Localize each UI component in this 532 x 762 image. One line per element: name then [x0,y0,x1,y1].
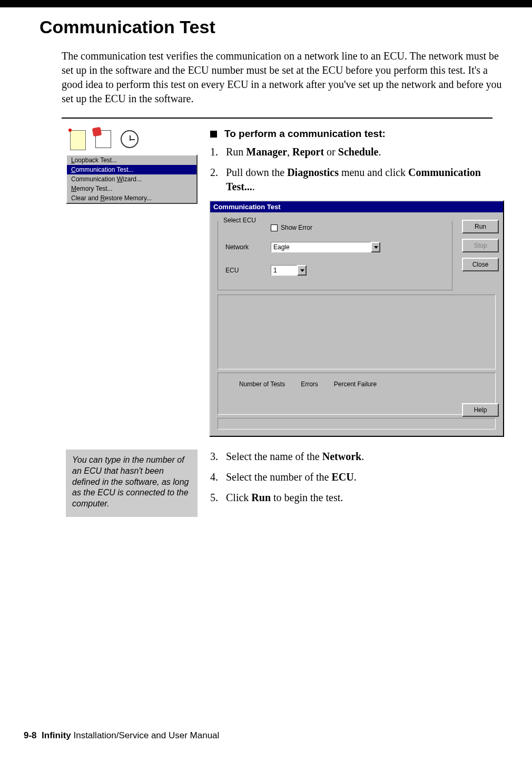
group-label: Select ECU [221,217,258,224]
communication-test-dialog: Communication Test Select ECU Show Error… [209,200,504,437]
network-label: Network [225,243,262,251]
tip-callout: You can type in the number of an ECU tha… [66,450,198,517]
step-1: 1. Run Manager, Report or Schedule. [210,145,504,159]
divider [62,118,492,119]
step-body: Click Run to begin the test. [226,491,504,505]
task-heading: To perform a communication test: [210,128,504,140]
errors-label: Errors [301,380,318,388]
tests-label: Number of Tests [239,380,285,388]
step-number: 3. [210,450,226,464]
page-number: 9-8 [24,730,37,740]
network-input[interactable] [271,242,371,252]
show-error-checkbox[interactable] [271,224,278,231]
menu-item[interactable]: Clear and Restore Memory... [67,193,196,203]
document-icon [95,130,111,148]
step-2: 2. Pull down the Diagnostics menu and cl… [210,165,504,194]
note-icon [70,130,86,150]
page-footer: 9-8 Infinity Installation/Service and Us… [24,730,219,741]
results-box: Number of Tests Errors Percent Failure [218,373,496,415]
menu-item[interactable]: Memory Test... [67,184,196,193]
square-bullet-icon [210,131,217,138]
dialog-titlebar[interactable]: Communication Test [210,201,503,212]
help-button[interactable]: Help [462,403,499,417]
step-body: Pull down the Diagnostics menu and click… [226,165,504,194]
ecu-input[interactable] [271,265,297,276]
chevron-down-icon[interactable] [371,242,380,252]
footer-rest: Installation/Service and User Manual [71,730,220,740]
menu-item[interactable]: Communication Test... [67,165,196,174]
icon-row [66,128,198,154]
stop-button[interactable]: Stop [462,239,499,252]
menu-item[interactable]: Loopback Test... [67,155,196,165]
status-bar [218,418,496,429]
step-3: 3. Select the name of the Network. [210,450,504,464]
diagnostics-menu: Loopback Test...Communication Test...Com… [66,154,198,204]
step-number: 2. [210,165,226,194]
show-error-label: Show Error [281,224,312,231]
ecu-label: ECU [225,267,262,274]
step-body: Select the name of the Network. [226,450,504,464]
chevron-down-icon[interactable] [297,265,307,276]
ecu-combo[interactable] [271,265,307,276]
clock-icon [121,130,139,148]
step-4: 4. Select the number of the ECU. [210,470,504,484]
pfail-label: Percent Failure [334,380,377,388]
book-title: Infinity [42,730,71,740]
step-number: 4. [210,470,226,484]
top-rule [0,0,532,7]
step-number: 5. [210,491,226,505]
intro-paragraph: The communication test verifies the comm… [62,49,503,106]
close-button[interactable]: Close [462,258,499,271]
network-combo[interactable] [271,242,380,252]
step-5: 5. Click Run to begin the test. [210,491,504,505]
menu-item[interactable]: Communication Wizard... [67,174,196,184]
step-body: Select the number of the ECU. [226,470,504,484]
step-number: 1. [210,145,226,159]
select-ecu-group: Select ECU Show Error Network [218,221,452,290]
run-button[interactable]: Run [462,220,499,233]
task-heading-text: To perform a communication test: [224,128,386,139]
output-area [218,295,496,369]
page-title: Communication Test [40,17,508,37]
step-body: Run Manager, Report or Schedule. [226,145,504,159]
